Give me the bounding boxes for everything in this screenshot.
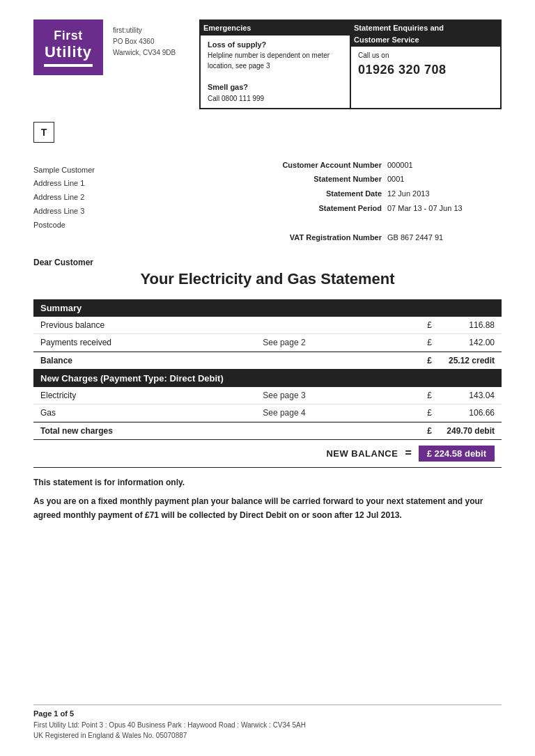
balance-label: Balance [40, 356, 263, 365]
customer-section: Sample Customer Address Line 1 Address L… [33, 158, 502, 245]
customer-addr2: Address Line 2 [33, 191, 268, 205]
new-balance-row: NEW BALANCE = £ 224.58 debit [33, 440, 502, 468]
new-balance-label: NEW BALANCE [326, 448, 398, 459]
page-number: Page 1 of 5 [33, 709, 502, 718]
previous-balance-label: Previous balance [40, 320, 263, 330]
payments-received-row: Payments received See page 2 £ 142.00 [33, 334, 502, 352]
summary-header: Summary [33, 299, 502, 317]
total-new-charges-amount: 249.70 debit [432, 426, 495, 436]
company-address-line3: Warwick, CV34 9DB [113, 49, 176, 56]
vat-label: VAT Registration Number [268, 230, 382, 245]
greeting: Dear Customer [33, 258, 502, 267]
customer-address: Sample Customer Address Line 1 Address L… [33, 164, 268, 245]
balance-amount: 25.12 credit [432, 356, 495, 365]
gas-pound: £ [411, 408, 432, 418]
footer-address-line1: First Utility Ltd: Point 3 : Opus 40 Bus… [33, 720, 502, 730]
gas-amount: 106.66 [432, 408, 495, 418]
equals-sign: = [405, 447, 411, 459]
statement-date-value: 12 Jun 2013 [387, 187, 502, 201]
company-address-line1: first:utility [113, 26, 142, 34]
loss-of-supply: Loss of supply? Helpline number is depen… [208, 39, 343, 72]
info-text-1: This statement is for information only. [33, 478, 502, 487]
footer-address-line2: UK Registered in England & Wales No. 050… [33, 730, 502, 741]
account-number-row: Customer Account Number 000001 [268, 158, 502, 173]
call-label: Call us on [358, 50, 493, 61]
previous-balance-amount: 116.88 [432, 320, 495, 330]
statement-number-value: 0001 [387, 172, 502, 187]
total-new-charges-row: Total new charges £ 249.70 debit [33, 422, 502, 440]
customer-addr3: Address Line 3 [33, 205, 268, 219]
statement-period-label: Statement Period [268, 201, 382, 216]
gas-note: See page 4 [263, 408, 411, 418]
gas-row: Gas See page 4 £ 106.66 [33, 404, 502, 422]
summary-section: Summary Previous balance £ 116.88 Paymen… [33, 299, 502, 370]
company-logo: First Utility [33, 19, 103, 75]
smell-heading: Smell gas? [208, 83, 248, 91]
account-info: Customer Account Number 000001 Statement… [268, 158, 502, 245]
smell-gas: Smell gas? Call 0800 111 999 [208, 81, 343, 104]
company-address-line2: PO Box 4360 [113, 38, 154, 45]
logo-line1: First [54, 29, 83, 43]
payments-received-amount: 142.00 [432, 338, 495, 347]
statement-number-row: Statement Number 0001 [268, 172, 502, 187]
statement-enquiries-box: Statement Enquiries and Customer Service… [351, 19, 502, 109]
customer-postcode: Postcode [33, 219, 268, 233]
electricity-amount: 143.04 [432, 391, 495, 400]
emergencies-box: Emergencies Loss of supply? Helpline num… [199, 19, 351, 109]
logo-line2: Utility [45, 43, 92, 61]
electricity-row: Electricity See page 3 £ 143.04 [33, 387, 502, 404]
electricity-pound: £ [411, 391, 432, 400]
loss-heading: Loss of supply? [208, 40, 266, 49]
statement-number-label: Statement Number [268, 172, 382, 187]
gas-label: Gas [40, 408, 263, 418]
statement-period-value: 07 Mar 13 - 07 Jun 13 [387, 201, 502, 216]
loss-detail: Helpline number is dependent on meter lo… [208, 52, 329, 70]
statement-enquiries-title: Statement Enquiries and Customer Service [351, 21, 500, 47]
total-new-charges-label: Total new charges [40, 426, 263, 436]
emergencies-title: Emergencies [201, 21, 350, 36]
payments-received-pound: £ [411, 338, 432, 347]
t-indicator: T [33, 122, 54, 143]
new-charges-section: New Charges (Payment Type: Direct Debit)… [33, 370, 502, 440]
electricity-label: Electricity [40, 391, 263, 400]
vat-row: VAT Registration Number GB 867 2447 91 [268, 230, 502, 245]
account-number-value: 000001 [387, 158, 502, 173]
payments-received-note: See page 2 [263, 338, 411, 347]
electricity-note: See page 3 [263, 391, 411, 400]
statement-period-row: Statement Period 07 Mar 13 - 07 Jun 13 [268, 201, 502, 216]
new-balance-value: £ 224.58 debit [419, 446, 495, 462]
total-new-charges-pound: £ [411, 426, 432, 436]
statement-date-label: Statement Date [268, 187, 382, 201]
balance-row: Balance £ 25.12 credit [33, 352, 502, 370]
vat-value: GB 867 2447 91 [387, 230, 502, 245]
phone-number: 01926 320 708 [358, 61, 493, 79]
page-footer: Page 1 of 5 First Utility Ltd: Point 3 :… [33, 704, 502, 741]
account-number-label: Customer Account Number [268, 158, 382, 173]
customer-addr1: Address Line 1 [33, 177, 268, 191]
previous-balance-row: Previous balance £ 116.88 [33, 317, 502, 334]
balance-pound: £ [411, 356, 432, 365]
payments-received-label: Payments received [40, 338, 263, 347]
document-page: First Utility first:utility PO Box 4360 … [0, 0, 535, 756]
customer-name: Sample Customer [33, 164, 268, 178]
statement-date-row: Statement Date 12 Jun 2013 [268, 187, 502, 201]
company-address: first:utility PO Box 4360 Warwick, CV34 … [103, 19, 194, 64]
header-right: Emergencies Loss of supply? Helpline num… [199, 19, 502, 109]
main-title: Your Electricity and Gas Statement [33, 270, 502, 288]
new-charges-header: New Charges (Payment Type: Direct Debit) [33, 370, 502, 387]
header: First Utility first:utility PO Box 4360 … [33, 19, 502, 109]
smell-detail: Call 0800 111 999 [208, 95, 264, 102]
previous-balance-pound: £ [411, 320, 432, 330]
info-text-2: As you are on a fixed monthly payment pl… [33, 494, 502, 523]
logo-underline [44, 64, 93, 67]
